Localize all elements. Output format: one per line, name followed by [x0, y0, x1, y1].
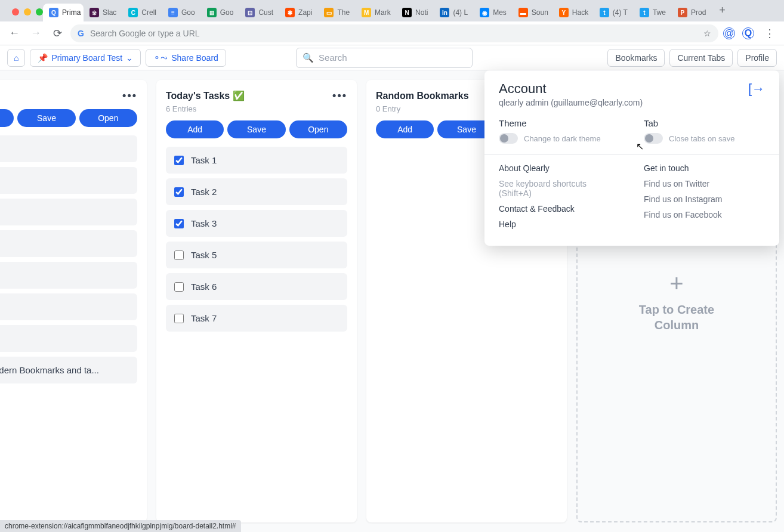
theme-toggle[interactable] — [499, 133, 518, 144]
save-button[interactable]: Save — [17, 109, 75, 127]
status-bar: chrome-extension://aicaflgmmblfaneodjfhk… — [0, 520, 241, 532]
add-button[interactable]: Add — [0, 109, 14, 127]
board-selector[interactable]: 📌 Primary Board Test ⌄ — [30, 49, 141, 67]
item-label: Task 5 — [191, 250, 217, 260]
browser-tab[interactable]: ▬Soun — [513, 4, 553, 21]
browser-tab[interactable]: ◉Mes — [474, 4, 513, 21]
share-icon: ⚬⤳ — [153, 53, 168, 63]
forward-button[interactable]: → — [27, 25, 44, 42]
logout-icon[interactable]: [→ — [748, 81, 765, 97]
get-in-touch-label: Get in touch — [644, 163, 765, 173]
browser-tab[interactable]: QPrima× — [43, 4, 84, 21]
open-button[interactable]: Open — [289, 120, 347, 138]
list-item[interactable]: Task 3 — [166, 210, 347, 237]
browser-tab[interactable]: NNoti — [396, 4, 434, 21]
list-item[interactable]: o — [0, 135, 137, 162]
tab-label: Crell — [141, 8, 156, 17]
column-menu-icon[interactable]: ••• — [122, 89, 137, 102]
browser-tab[interactable]: tTwe — [634, 4, 672, 21]
extension-icon-2[interactable]: Q — [742, 27, 754, 39]
browser-menu-icon[interactable]: ⋮ — [761, 25, 778, 42]
column: Today's Tasks ✅•••6 EntriesAddSaveOpenTa… — [156, 80, 357, 522]
browser-tab[interactable]: ⊡Cust — [239, 4, 279, 21]
current-tabs-button[interactable]: Current Tabs — [669, 49, 733, 67]
url-bar-right: @ Q ⋮ — [723, 25, 778, 42]
item-label: Task 6 — [191, 282, 217, 292]
social-link[interactable]: Find us on Instagram — [644, 194, 765, 204]
browser-tab[interactable]: MMark — [356, 4, 396, 21]
task-checkbox[interactable] — [174, 187, 184, 197]
account-link[interactable]: Help — [499, 219, 620, 229]
close-window-button[interactable] — [12, 8, 19, 16]
browser-tab[interactable]: PProd — [672, 4, 712, 21]
maximize-window-button[interactable] — [36, 8, 43, 16]
new-tab-button[interactable]: + — [712, 0, 733, 21]
add-button[interactable]: Add — [166, 120, 224, 138]
reload-button[interactable]: ⟳ — [49, 25, 66, 42]
contact-links: Get in touch Find us on TwitterFind us o… — [644, 163, 765, 235]
social-link[interactable]: Find us on Twitter — [644, 179, 765, 188]
theme-toggle-label: Change to dark theme — [524, 134, 601, 143]
save-button[interactable]: Save — [227, 120, 285, 138]
list-item[interactable]: ance — [0, 293, 137, 320]
account-link[interactable]: Contact & Feedback — [499, 204, 620, 214]
bookmarks-button[interactable]: Bookmarks — [607, 49, 665, 67]
tab-label: Prod — [691, 8, 706, 17]
theme-label: Theme — [499, 118, 620, 128]
minimize-window-button[interactable] — [24, 8, 31, 16]
list-item[interactable]: Task 6 — [166, 273, 347, 300]
list-item[interactable]: us — [0, 230, 137, 257]
social-link[interactable]: Find us on Facebook — [644, 210, 765, 219]
browser-tab[interactable]: ⊞Goo — [201, 4, 240, 21]
home-icon: ⌂ — [14, 53, 18, 63]
tab-favicon: ▭ — [324, 8, 334, 17]
star-icon[interactable]: ☆ — [703, 29, 711, 38]
extension-icon-1[interactable]: @ — [723, 27, 735, 39]
list-item[interactable]: r Picker — [0, 325, 137, 352]
divider — [484, 154, 779, 155]
share-button[interactable]: ⚬⤳ Share Board — [146, 49, 226, 67]
home-button[interactable]: ⌂ — [7, 49, 25, 67]
item-label: arly - Modern Bookmarks and ta... — [0, 365, 99, 375]
tab-label: (4) T — [613, 8, 628, 17]
list-item[interactable]: Task 7 — [166, 305, 347, 332]
add-button[interactable]: Add — [376, 120, 434, 138]
list-item[interactable]: arly - Modern Bookmarks and ta... — [0, 357, 137, 383]
task-checkbox[interactable] — [174, 219, 184, 228]
url-bar[interactable]: G Search Google or type a URL ☆ — [70, 24, 718, 42]
task-checkbox[interactable] — [174, 156, 184, 165]
column-menu-icon[interactable]: ••• — [332, 89, 347, 102]
browser-tab[interactable]: YHack — [553, 4, 594, 21]
list-item[interactable]: Task 2 — [166, 178, 347, 205]
account-link[interactable]: See keyboard shortcuts (Shift+A) — [499, 179, 620, 198]
task-checkbox[interactable] — [174, 250, 184, 260]
list-item[interactable]: Task 5 — [166, 242, 347, 268]
search-input[interactable]: 🔍 Search — [296, 48, 473, 68]
back-button[interactable]: ← — [6, 25, 23, 42]
browser-tab[interactable]: in(4) L — [434, 4, 474, 21]
task-checkbox[interactable] — [174, 314, 184, 323]
browser-tab[interactable]: ※Slac — [84, 4, 122, 21]
browser-tab[interactable]: ≡Goo — [162, 4, 201, 21]
item-label: Task 7 — [191, 313, 217, 323]
plus-icon: + — [669, 270, 683, 297]
account-link[interactable]: About Qlearly — [499, 163, 620, 173]
tab-label: Noti — [415, 8, 428, 17]
tab-favicon: ⊞ — [207, 8, 217, 17]
list-item[interactable]: m — [0, 199, 137, 225]
list-item[interactable]: BB — [0, 262, 137, 289]
open-button[interactable]: Open — [79, 109, 137, 127]
profile-button[interactable]: Profile — [737, 49, 777, 67]
browser-tab[interactable]: ✱Zapi — [279, 4, 318, 21]
task-checkbox[interactable] — [174, 282, 184, 292]
browser-tab[interactable]: CCrell — [122, 4, 162, 21]
browser-tab[interactable]: t(4) T — [594, 4, 634, 21]
column-meta: 6 Entries — [166, 104, 347, 113]
app-toolbar: ⌂ 📌 Primary Board Test ⌄ ⚬⤳ Share Board … — [0, 45, 784, 70]
tab-label: The — [337, 8, 350, 17]
list-item[interactable]: va — [0, 167, 137, 194]
list-item[interactable]: Task 1 — [166, 147, 347, 174]
browser-tab[interactable]: ▭The — [318, 4, 356, 21]
tab-toggle[interactable] — [644, 133, 663, 144]
tab-label: Mark — [375, 8, 391, 17]
